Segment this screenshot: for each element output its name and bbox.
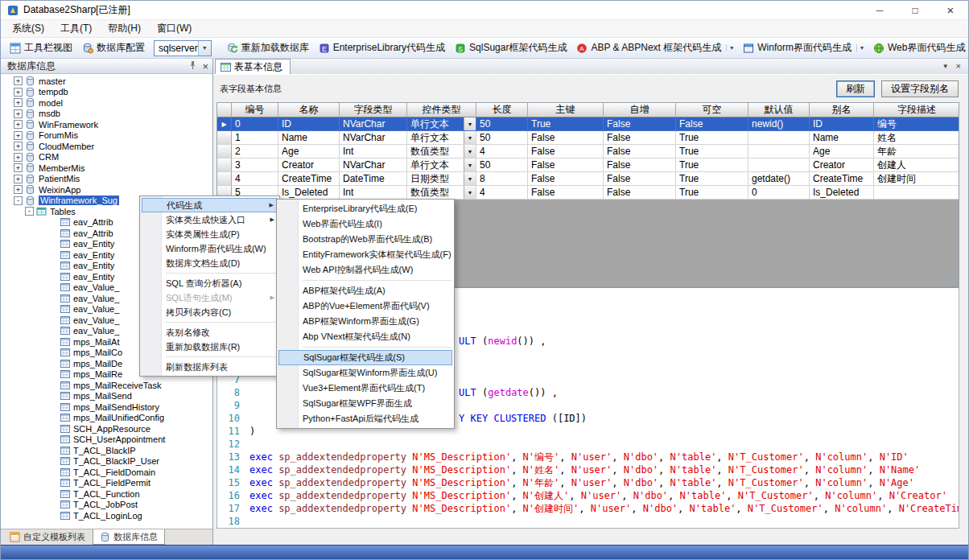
- submenu-item[interactable]: EntityFramework实体框架代码生成(F): [277, 247, 454, 262]
- context-menu-item[interactable]: SQL 查询分析器(A): [140, 276, 279, 290]
- expand-icon[interactable]: +: [14, 153, 23, 162]
- toolbar-button-winform-codegen[interactable]: Winform界面代码生成▾: [739, 39, 868, 56]
- control-type-combo-cell[interactable]: 单行文本▼: [407, 131, 476, 145]
- tree-node[interactable]: T_ACL_BlackIP: [1, 445, 212, 456]
- tree-node[interactable]: +PatientMis: [1, 174, 212, 185]
- context-menu-item[interactable]: 刷新数据库列表: [140, 360, 279, 374]
- expand-icon[interactable]: +: [14, 76, 23, 85]
- toolbar-button-reload-database[interactable]: 重新加载数据库: [223, 39, 313, 56]
- tree-node[interactable]: +tempdb: [1, 87, 212, 98]
- tree-node[interactable]: T_ACL_BlackIP_User: [1, 456, 212, 467]
- panel-close-icon[interactable]: ×: [202, 61, 208, 72]
- tree-node[interactable]: +MemberMis: [1, 163, 212, 174]
- collapse-icon[interactable]: -: [25, 207, 34, 216]
- table-row[interactable]: 1NameNVarChar单行文本▼50FalseFalseTrueName姓名: [217, 131, 959, 145]
- tree-node[interactable]: T_ACL_FieldPermit: [1, 478, 212, 489]
- row-selector[interactable]: [217, 131, 232, 145]
- row-selector[interactable]: [217, 172, 232, 186]
- context-menu-item[interactable]: 拷贝列表内容(C): [140, 305, 279, 319]
- expand-icon[interactable]: +: [14, 185, 23, 194]
- tabstrip-close-icon[interactable]: ×: [956, 62, 961, 71]
- submenu-item[interactable]: Python+FastApi后端代码生成: [277, 411, 454, 426]
- bottom-tab-database-info[interactable]: 数据库信息: [93, 529, 165, 545]
- tree-node[interactable]: +ForumMis: [1, 130, 212, 142]
- menu-window[interactable]: 窗口(W): [149, 19, 200, 38]
- grid-column-header[interactable]: 字段描述: [874, 103, 959, 117]
- grid-column-header[interactable]: 控件类型: [407, 103, 476, 117]
- grid-column-header[interactable]: 名称: [278, 103, 340, 117]
- refresh-button[interactable]: 刷新: [836, 80, 875, 97]
- expand-icon[interactable]: +: [14, 109, 23, 118]
- submenu-item[interactable]: Web API控制器代码生成(W): [277, 262, 454, 278]
- expand-icon[interactable]: +: [14, 98, 23, 107]
- context-menu-item[interactable]: 重新加载数据库(R): [140, 340, 279, 354]
- grid-column-header[interactable]: 字段类型: [340, 103, 407, 117]
- tree-node[interactable]: T_ACL_JobPost: [1, 500, 212, 511]
- grid-column-header[interactable]: 主键: [528, 103, 604, 117]
- context-menu-item[interactable]: 数据库文档生成(D): [140, 256, 279, 270]
- toolbar-button-web-codegen[interactable]: Web界面代码生成▾: [869, 39, 969, 56]
- expand-icon[interactable]: +: [14, 163, 23, 172]
- context-menu-item[interactable]: 实体类属性生成(P): [140, 227, 279, 241]
- combo-cell-dropdown-icon[interactable]: ▼: [464, 145, 476, 158]
- tree-node[interactable]: SCH_UserAppointment: [1, 434, 212, 446]
- control-type-combo-cell[interactable]: 数值类型▼: [407, 145, 476, 159]
- table-row[interactable]: 5Is_DeletedInt数值类型▼4FalseFalseTrue0Is_De…: [217, 186, 959, 200]
- combo-cell-dropdown-icon[interactable]: ▼: [464, 159, 476, 171]
- menu-system[interactable]: 系统(S): [4, 19, 52, 38]
- tree-node[interactable]: mps_MailSendHistory: [1, 401, 212, 413]
- tree-node[interactable]: T_ACL_FieldDomain: [1, 467, 212, 478]
- context-menu-item[interactable]: 表别名修改: [140, 325, 279, 340]
- table-row[interactable]: 4CreateTimeDateTime日期类型▼8FalseFalseTrueg…: [217, 172, 959, 186]
- combo-cell-dropdown-icon[interactable]: ▼: [464, 117, 476, 130]
- expand-icon[interactable]: +: [14, 131, 23, 140]
- control-type-combo-cell[interactable]: 日期类型▼: [407, 172, 476, 186]
- pin-icon[interactable]: [188, 60, 197, 72]
- tree-node[interactable]: +CRM: [1, 152, 212, 163]
- tree-node[interactable]: T_ACL_Function: [1, 488, 212, 500]
- tree-node[interactable]: +msdb: [1, 109, 212, 120]
- expand-icon[interactable]: +: [14, 175, 23, 183]
- tabstrip-dropdown-icon[interactable]: ▼: [942, 63, 949, 70]
- minimize-button[interactable]: ─: [862, 1, 897, 19]
- submenu-item[interactable]: Abp VNext框架代码生成(N): [277, 329, 454, 344]
- maximize-button[interactable]: □: [897, 1, 933, 19]
- expand-icon[interactable]: +: [14, 88, 23, 97]
- row-selector[interactable]: ▶: [217, 117, 232, 131]
- tree-node[interactable]: +model: [1, 97, 212, 109]
- grid-column-header[interactable]: 默认值: [748, 103, 810, 117]
- submenu-item[interactable]: ABP框架Winform界面生成(G): [277, 314, 454, 329]
- submenu-item[interactable]: Bootstrap的Web界面代码生成(B): [277, 232, 454, 247]
- bottom-tab-template-list[interactable]: 自定义模板列表: [3, 529, 92, 545]
- context-menu-item[interactable]: 代码生成▶: [142, 198, 278, 212]
- combo-cell-dropdown-icon[interactable]: ▼: [464, 131, 476, 144]
- submenu-item[interactable]: Web界面代码生成(I): [277, 216, 454, 232]
- expand-icon[interactable]: +: [14, 120, 23, 129]
- combo-cell-dropdown-icon[interactable]: ▼: [464, 186, 476, 199]
- grid-column-header[interactable]: 别名: [810, 103, 874, 117]
- submenu-item[interactable]: ABP的Vue+Element界面代码(V): [277, 299, 454, 314]
- toolbar-button-toolbar-view[interactable]: 工具栏视图: [6, 39, 76, 56]
- tree-node[interactable]: mps_MailUnifiedConfig: [1, 413, 212, 424]
- grid-column-header[interactable]: 自增: [604, 103, 676, 117]
- submenu-item[interactable]: SqlSugar框架代码生成(S): [278, 350, 452, 365]
- menu-help[interactable]: 帮助(H): [100, 19, 149, 38]
- combo-cell-dropdown-icon[interactable]: ▼: [464, 172, 476, 185]
- database-type-combobox[interactable]: sqlserver▼: [154, 40, 212, 56]
- grid-column-header[interactable]: 长度: [476, 103, 528, 117]
- tree-node[interactable]: mps_MailReceiveTask: [1, 380, 212, 391]
- grid-column-header[interactable]: 编号: [232, 103, 278, 117]
- tree-node[interactable]: +CloudMember: [1, 141, 212, 152]
- dropdown-arrow-icon[interactable]: ▾: [726, 44, 733, 51]
- context-menu-item[interactable]: 实体类生成快速入口▶: [140, 212, 279, 227]
- tree-node[interactable]: +WinFramework: [1, 119, 212, 130]
- submenu-item[interactable]: EnterpriseLibrary代码生成(E): [277, 201, 454, 216]
- submenu-item[interactable]: ABP框架代码生成(A): [277, 283, 454, 299]
- context-menu-item[interactable]: Winform界面代码生成(W): [140, 241, 279, 256]
- combo-dropdown-icon[interactable]: ▼: [198, 41, 211, 56]
- control-type-combo-cell[interactable]: 单行文本▼: [407, 159, 476, 172]
- menu-tools[interactable]: 工具(T): [52, 19, 100, 38]
- close-button[interactable]: ×: [933, 1, 968, 19]
- table-row[interactable]: 3CreatorNVarChar单行文本▼50FalseFalseTrueCre…: [217, 159, 959, 172]
- tab-table-basic-info[interactable]: 表基本信息: [215, 59, 291, 74]
